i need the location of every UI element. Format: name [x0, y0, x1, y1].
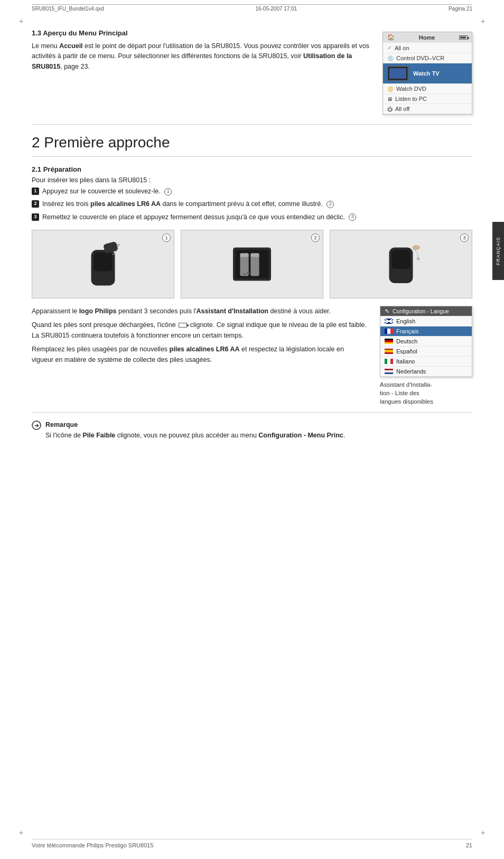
flag-uk — [385, 319, 393, 324]
lang-item-francais: Français — [380, 326, 472, 337]
svg-rect-7 — [240, 253, 249, 257]
battery-icon — [459, 34, 468, 41]
images-row: 1 2 — [32, 230, 472, 298]
remark-content: Si l'icône de Pile Faible clignote, vous… — [45, 432, 345, 439]
config-lang-icon: ✎ — [385, 308, 389, 314]
flag-it — [385, 359, 393, 364]
image-box-2: 2 — [181, 230, 323, 298]
bottom-text: Apparaissent le logo Philips pendant 3 s… — [32, 306, 367, 406]
img-badge-2: 2 — [311, 234, 320, 242]
svg-point-13 — [413, 245, 420, 250]
lang-deutsch: Deutsch — [396, 338, 417, 344]
svg-rect-8 — [250, 255, 259, 276]
section-2-1-intro: Pour insérer les piles dans la SRU8015 : — [32, 176, 472, 184]
lang-caption-line2: tion - Liste des — [380, 390, 419, 396]
lang-caption-line1: Assistant d'Installa- — [380, 381, 432, 388]
tv-icon — [387, 66, 408, 81]
footer-right: 21 — [466, 842, 472, 848]
side-tab: FRANÇAIS — [492, 222, 504, 280]
header-right: Pagina 21 — [449, 6, 472, 12]
para-replace-batteries: Remplacez les piles usagées par de nouve… — [32, 344, 367, 365]
lang-header: ✎ Configuration - Langue — [380, 306, 472, 316]
watch-dvd-label: Watch DVD — [396, 86, 426, 92]
step-1: 1 Appuyez sur le couvercle et soulevez-l… — [32, 186, 472, 197]
all-on-label: All on — [395, 45, 409, 51]
section-1-3-text: 1.3 Aperçu du Menu Principal Le menu Acc… — [32, 29, 372, 115]
circle-3: 3 — [349, 213, 356, 221]
circle-2: 2 — [326, 201, 334, 208]
step-list: 1 Appuyez sur le couvercle et soulevez-l… — [32, 186, 472, 222]
lang-francais: Français — [396, 328, 418, 334]
menu-screenshot: 🏠 Home ✓ All on 💿 Control DVD–VCR — [382, 32, 472, 115]
remote-img-2 — [223, 240, 281, 288]
reg-mark-tr: + — [478, 16, 488, 26]
flag-de — [385, 339, 393, 344]
footer-left: Votre télécommande Philips Prestigo SRU8… — [32, 842, 154, 848]
main-content: 1.3 Aperçu du Menu Principal Le menu Acc… — [32, 29, 472, 448]
pc-icon: 🖥 — [387, 96, 393, 102]
listen-pc-label: Listen to PC — [395, 96, 427, 102]
dvd-vcr-label: Control DVD–VCR — [396, 55, 444, 61]
step-3: 3 Remettez le couvercle en place et appu… — [32, 212, 472, 222]
svg-rect-11 — [391, 250, 410, 269]
remote-img-1 — [74, 240, 132, 288]
home-label: Home — [419, 34, 435, 41]
reg-mark-tl: + — [16, 16, 26, 26]
lang-italiano: Italiano — [396, 358, 415, 365]
step-3-num: 3 — [32, 213, 39, 221]
menu-item-listen-pc: 🖥 Listen to PC — [383, 94, 472, 104]
section-1-3-title: 1.3 Aperçu du Menu Principal — [32, 29, 372, 37]
step-1-text: Appuyez sur le couvercle et soulevez-le.… — [42, 186, 172, 197]
remark-heading: Remarque — [45, 421, 78, 428]
image-box-1: 1 — [32, 230, 174, 298]
step-2-num: 2 — [32, 200, 39, 208]
lang-item-english: English — [380, 316, 472, 326]
remark-box: ➜ Remarque Si l'icône de Pile Faible cli… — [32, 420, 472, 441]
lang-screenshot: ✎ Configuration - Langue English Françai… — [380, 306, 472, 406]
lang-nederlands: Nederlands — [396, 368, 426, 375]
menu-item-dvd-vcr: 💿 Control DVD–VCR — [383, 53, 472, 63]
flag-fr — [385, 329, 393, 334]
step-1-num: 1 — [32, 188, 39, 195]
flag-nl — [385, 369, 393, 374]
menu-box: 🏠 Home ✓ All on 💿 Control DVD–VCR — [382, 32, 472, 115]
section-2-1-title: 2.1 Préparation — [32, 165, 472, 173]
watch-tv-label: Watch TV — [413, 70, 440, 77]
lang-caption-line3: langues disponibles — [380, 398, 433, 405]
lang-espanol: Español — [396, 348, 417, 354]
page-header: SRU8015_IFU_Bundel1v4.qxd 16-05-2007 17:… — [32, 4, 472, 12]
header-left: SRU8015_IFU_Bundel1v4.qxd — [32, 6, 104, 12]
para-battery-low: Quand les piles sont presque déchargées,… — [32, 320, 367, 341]
menu-item-watch-dvd: 📀 Watch DVD — [383, 84, 472, 94]
img-badge-3: 3 — [460, 234, 469, 242]
section-2-heading: 2 Première approche — [32, 134, 472, 157]
svg-rect-9 — [250, 253, 259, 257]
lang-item-deutsch: Deutsch — [380, 337, 472, 347]
step-3-text: Remettez le couvercle en place et appuye… — [42, 212, 356, 222]
remark-text: Remarque Si l'icône de Pile Faible clign… — [45, 420, 345, 441]
flag-es — [385, 349, 393, 354]
lang-item-espanol: Español — [380, 347, 472, 357]
menu-item-home: 🏠 Home — [383, 32, 472, 43]
remark-icon: ➜ — [32, 421, 41, 430]
circle-1: 1 — [164, 188, 172, 195]
reg-mark-br: + — [478, 827, 488, 838]
all-off-label: All off — [395, 106, 409, 112]
para-philips-logo: Apparaissent le logo Philips pendant 3 s… — [32, 306, 367, 316]
dvd2-icon: 📀 — [387, 86, 394, 92]
dvd-icon: 💿 — [387, 55, 394, 61]
power-icon: ⏻ — [387, 106, 393, 112]
lang-item-nederlands: Nederlands — [380, 367, 472, 377]
config-lang-label: Configuration - Langue — [393, 308, 449, 314]
img-badge-1: 1 — [162, 234, 171, 242]
page-footer: Votre télécommande Philips Prestigo SRU8… — [32, 839, 472, 848]
lang-english: English — [396, 318, 415, 324]
remote-img-3 — [372, 240, 430, 288]
header-middle: 16-05-2007 17:01 — [255, 6, 297, 12]
menu-item-all-off: ⏻ All off — [383, 104, 472, 114]
section-1-3: 1.3 Aperçu du Menu Principal Le menu Acc… — [32, 29, 472, 125]
image-box-3: 3 — [330, 230, 472, 298]
lang-box: ✎ Configuration - Langue English Françai… — [380, 306, 472, 377]
lang-caption: Assistant d'Installa- tion - Liste des l… — [380, 380, 472, 406]
section-2-1: 2.1 Préparation Pour insérer les piles d… — [32, 165, 472, 406]
